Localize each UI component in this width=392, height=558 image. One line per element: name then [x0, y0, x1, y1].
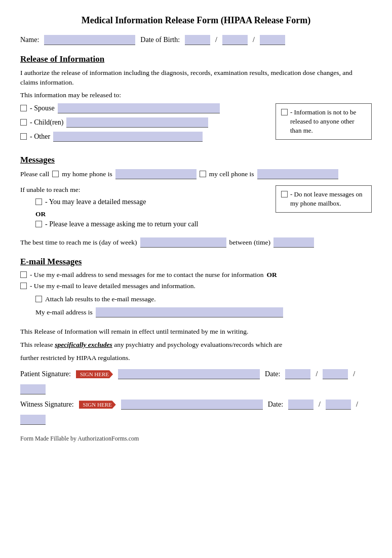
- footer2-pre: This release: [20, 341, 55, 348]
- email-option1-row: - Use my e-mail address to send messages…: [20, 271, 372, 279]
- messages-section: Messages Please call my home phone is my…: [20, 155, 372, 248]
- best-time-label: The best time to reach me is (day of wee…: [20, 238, 137, 247]
- detailed-msg-label: - You may leave a detailed message: [45, 198, 146, 206]
- children-checkbox[interactable]: [20, 119, 27, 126]
- footer3: further restricted by HIPAA regulations.: [20, 353, 372, 363]
- patient-sig-row: Patient Signature: SIGN HERE Date: / /: [20, 369, 372, 394]
- witness-date-month[interactable]: [288, 400, 313, 410]
- detailed-msg-checkbox[interactable]: [35, 198, 42, 205]
- children-label: - Child(ren): [30, 118, 63, 127]
- other-input[interactable]: [53, 132, 203, 142]
- home-phone-checkbox[interactable]: [52, 171, 59, 177]
- witness-date-slash1: /: [319, 401, 321, 409]
- attach-label: Attach lab results to the e-mail message…: [45, 295, 156, 303]
- call-prefix: Please call: [20, 170, 49, 178]
- name-input[interactable]: [44, 35, 135, 45]
- date-label2: Date:: [268, 401, 283, 409]
- attach-row: Attach lab results to the e-mail message…: [35, 295, 372, 303]
- witness-sig-tag: SIGN HERE: [79, 401, 116, 409]
- cell-label: my cell phone is: [209, 170, 254, 178]
- email-addr-input[interactable]: [96, 307, 283, 317]
- return-call-row: - Please leave a message asking me to re…: [35, 220, 265, 228]
- best-time-row: The best time to reach me is (day of wee…: [20, 237, 372, 248]
- detailed-msg-row: - You may leave a detailed message: [35, 198, 265, 206]
- children-row: - Child(ren): [20, 117, 265, 128]
- witness-sig-row: Witness Signature: SIGN HERE Date: / /: [20, 400, 372, 425]
- email-addr-label: My e-mail address is: [35, 308, 93, 316]
- spouse-row: - Spouse: [20, 103, 265, 113]
- spouse-label: - Spouse: [30, 104, 55, 112]
- dob-slash1: /: [215, 36, 217, 44]
- do-not-leave-box: - Do not leave messages on my phone mail…: [276, 185, 372, 213]
- patient-date-day[interactable]: [323, 369, 348, 379]
- footer1: This Release of Information will remain …: [20, 327, 372, 337]
- email-option1-checkbox[interactable]: [20, 271, 27, 278]
- call-row: Please call my home phone is my cell pho…: [20, 169, 372, 179]
- cell-phone-input[interactable]: [257, 169, 338, 179]
- footer2-bold: specifically excludes: [55, 341, 112, 348]
- children-input[interactable]: [66, 117, 208, 128]
- between-label: between (time): [229, 238, 270, 247]
- footer2-post: any psychiatry and psychology evaluation…: [112, 341, 283, 348]
- home-label: my home phone is: [62, 170, 112, 178]
- best-time-time-input[interactable]: [273, 237, 314, 248]
- patient-date-slash2: /: [353, 370, 355, 378]
- witness-date-year[interactable]: [20, 415, 46, 425]
- release-options-row: - Spouse - Child(ren) - Other - Informat…: [20, 103, 372, 146]
- cell-phone-checkbox[interactable]: [200, 171, 206, 177]
- email-title: E-mail Messages: [20, 257, 372, 267]
- email-option2-checkbox[interactable]: [20, 283, 27, 289]
- spouse-checkbox[interactable]: [20, 105, 27, 111]
- home-phone-input[interactable]: [115, 169, 197, 179]
- witness-date-slash2: /: [356, 401, 358, 409]
- do-not-leave-label: - Do not leave messages on my phone mail…: [290, 190, 366, 208]
- dob-year-input[interactable]: [260, 35, 285, 45]
- patient-date-slash1: /: [316, 370, 318, 378]
- other-row: - Other: [20, 132, 265, 142]
- name-label: Name:: [20, 36, 39, 44]
- email-addr-row: My e-mail address is: [35, 307, 372, 317]
- email-option2-label: - Use my e-mail to leave detailed messag…: [30, 282, 195, 290]
- other-checkbox[interactable]: [20, 133, 27, 140]
- messages-title: Messages: [20, 155, 372, 165]
- do-not-leave-checkbox[interactable]: [281, 191, 288, 197]
- witness-sig-input[interactable]: [121, 400, 263, 410]
- release-section: Release of Information I authorize the r…: [20, 54, 372, 146]
- info-box: - Information is not to be released to a…: [276, 103, 372, 140]
- info-box-content: - Information is not to be released to a…: [281, 108, 366, 136]
- or-line: OR: [35, 210, 265, 218]
- info-box-text: - Information is not to be released to a…: [290, 108, 366, 136]
- email-option1-prefix: - Use my e-mail address to send messages…: [30, 271, 264, 279]
- unable-section: If unable to reach me: - You may leave a…: [20, 185, 372, 232]
- unable-label: If unable to reach me:: [20, 185, 265, 195]
- footer2: This release specifically excludes any p…: [20, 340, 372, 350]
- email-option2-row: - Use my e-mail to leave detailed messag…: [20, 282, 372, 290]
- patient-date-month[interactable]: [285, 369, 310, 379]
- release-title: Release of Information: [20, 54, 372, 64]
- best-time-day-input[interactable]: [140, 237, 226, 248]
- name-dob-row: Name: Date of Birth: / /: [20, 35, 372, 45]
- unable-left: If unable to reach me: - You may leave a…: [20, 185, 265, 232]
- email-section: E-mail Messages - Use my e-mail address …: [20, 257, 372, 317]
- witness-date-day[interactable]: [326, 400, 351, 410]
- patient-sig-input[interactable]: [118, 369, 260, 379]
- patient-sig-tag: SIGN HERE: [76, 370, 113, 378]
- return-call-checkbox[interactable]: [35, 221, 42, 227]
- other-label: - Other: [30, 133, 50, 141]
- not-release-checkbox[interactable]: [281, 109, 288, 115]
- dob-day-input[interactable]: [222, 35, 248, 45]
- spouse-input[interactable]: [58, 103, 220, 113]
- attach-checkbox[interactable]: [35, 296, 42, 302]
- date-label1: Date:: [265, 370, 280, 378]
- auth-text1: I authorize the release of information i…: [20, 68, 372, 88]
- auth-text2: This information may be released to:: [20, 91, 372, 100]
- dob-month-input[interactable]: [185, 35, 210, 45]
- page-title: Medical Information Release Form (HIPAA …: [20, 15, 372, 26]
- patient-date-year[interactable]: [20, 384, 46, 394]
- made-by: Form Made Fillable by AuthorizationForms…: [20, 435, 372, 443]
- email-option1-or: OR: [267, 271, 277, 279]
- release-left: - Spouse - Child(ren) - Other: [20, 103, 265, 146]
- do-not-leave-content: - Do not leave messages on my phone mail…: [281, 190, 366, 208]
- footer-section: This Release of Information will remain …: [20, 327, 372, 425]
- patient-sig-label: Patient Signature:: [20, 370, 71, 378]
